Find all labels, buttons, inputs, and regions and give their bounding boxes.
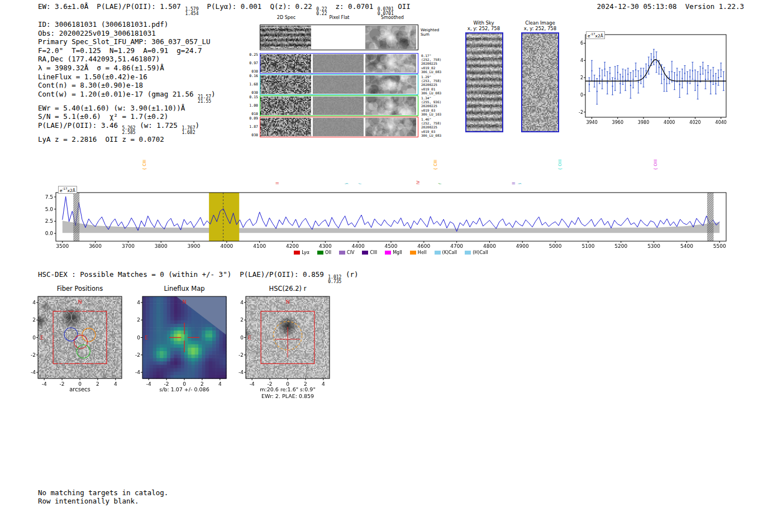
spec2d-col-header-pixelflat: Pixel Flat [313,15,366,20]
emission-line-label: { OIII [558,159,562,170]
exposure-2dspec-image [260,97,311,115]
with-sky-title: With Sky [464,20,503,26]
hsc-cutout-plot [230,293,342,393]
text-segment: (r) [341,270,358,279]
info-line: λ = 3989.32Å σ = 4.86(±1.59)Å [38,64,216,73]
text-segment: LineFlux = 1.50(±0.42)e-16 [38,73,147,81]
spectrum-legend: LyαOIICIVCIIIMgIIHeII(K)CaII(H)CaII [56,250,726,255]
text-segment: (w: 1.725 [136,121,182,130]
exposure-pixelflat-image [313,54,364,73]
text-segment: HSC-DEX : Possible Matches = 0 (within +… [38,270,328,279]
clean-image [521,32,559,132]
info-line: P(LAE)/P(OII): 3.46 5.2622.585 (w: 1.725… [38,121,216,135]
main-flux-unit-label: e-17x2Å [58,186,77,194]
emission-line-label: { CIII [433,160,438,170]
hsc-dex-summary-line: HSC-DEX : Possible Matches = 0 (within +… [38,270,358,284]
legend-swatch [410,251,416,255]
text-segment: λ = 3989.32Å σ = 4.86(±1.59)Å [38,64,164,72]
legend-swatch [465,251,471,255]
text-segment: P(LAE)/P(OII): 3.46 [38,121,122,130]
spec2d-exposure-row [260,95,418,116]
with-sky-image [465,32,503,132]
legend-item: HeII [410,250,427,255]
text-segment: F=2.0" T=0.125 N=1.29 A=0.91 g=24.7 [38,46,202,55]
spec2d-row-yticks: 0.091.87030 [241,117,258,137]
weighted-smoothed-image [365,26,416,49]
weighted-2dspec-image [260,26,311,49]
text-segment: ) [211,90,216,98]
legend-item: MgII [385,250,402,255]
exposure-smoothed-image [365,97,416,115]
hi-lo-value: 1.0120.735 [328,275,341,284]
lineflux-map-title: Lineflux Map [142,285,226,293]
hi-lo-value: 1.5791.454 [185,7,198,16]
legend-item: CIV [339,250,354,255]
text-segment: EW: 3.6±1.0Å P(LAE)/P(OII): 1.507 [38,2,185,11]
legend-item: CIII [362,250,377,255]
hi-lo-value: 1.7671.682 [182,126,195,135]
info-line: RA,Dec (177.442093,51.461807) [38,55,216,64]
footer-line-2: Row intentionally blank. [38,497,139,505]
legend-label: (H)CaII [473,250,488,255]
elixer-report-page: EW: 3.6±1.0Å P(LAE)/P(OII): 1.507 1.5791… [0,0,782,532]
legend-label: MgII [393,250,402,255]
spec2d-exposure-row [260,117,418,137]
legend-swatch [385,251,391,255]
header-timestamp-version: 2024-12-30 05:13:08 Version 1.22.3 [597,2,744,11]
legend-label: Lyα [302,250,309,255]
fiber-xlabel: arcsecs [38,386,122,392]
exposure-2dspec-image [260,75,311,94]
lineflux-caption: s/b: 1.07 +/- 0.086 [142,386,226,392]
legend-swatch [362,251,368,255]
info-line: ID: 3006181031 (3006181031.pdf) [38,20,216,29]
spec2d-row-annotation: 1.46"(252, 758)20200225v019_03306_LU_083 [421,117,461,137]
spec2d-row-yticks: 0.151.00010 [241,95,258,116]
info-line: F=2.0" T=0.125 N=1.29 A=0.91 g=24.7 [38,46,216,55]
spec2d-row-annotation: 1.29"(253, 758)20200225v019_01306_LU_083 [421,75,461,95]
legend-item: (K)CaII [435,250,457,255]
text-segment: Cont(w) = 1.20(±0.01)e-17 (gmag 21.56 [38,90,198,98]
emission-line-label: { CIII [142,160,147,170]
spec2d-row-yticks: 0.250.97030 [241,53,258,74]
hi-lo-value: 5.2622.585 [122,126,136,135]
text-segment: P(Lyα): 0.001 Q(z): 0.22 [199,2,317,11]
spec2d-row-annotation: 1.34"(255, 936)20200225v019_03306_LU_103 [421,96,461,116]
exposure-smoothed-image [365,75,416,94]
hsc-cutout-title: HSC(26.2) r [246,285,330,293]
text-segment: z: 0.0701 [327,2,377,11]
spec2d-row-yticks: 0.161.68030 [241,74,258,95]
legend-item: (H)CaII [465,250,488,255]
text-segment: S/N = 5.1(±0.6) χ² = 1.7(±0.2) [38,112,168,121]
detection-info-block: ID: 3006181031 (3006181031.pdf)Obs: 2020… [38,20,216,144]
text-segment: RA,Dec (177.442093,51.461807) [38,55,160,63]
with-sky-coords: x, y: 252, 758 [464,26,503,31]
spec2d-col-header-smoothed: Smoothed [366,15,419,20]
legend-swatch [317,251,323,255]
text-segment: Obs: 20200225v019_3006181031 [38,29,156,37]
text-segment: Primary Spec_Slot_IFU_AMP: 306_037_057_L… [38,37,211,46]
legend-swatch [339,251,345,255]
info-line: Cont(w) = 1.20(±0.01)e-17 (gmag 21.56 21… [38,90,216,104]
exposure-pixelflat-image [313,97,364,115]
clean-image-coords: x, y: 252, 758 [520,26,560,31]
info-line: Cont(n) = 8.30(±0.90)e-18 [38,81,216,90]
spec2d-exposure-row [260,53,418,74]
text-segment: Cont(n) = 8.30(±0.90)e-18 [38,81,143,89]
hi-lo-value: 21.5721.55 [198,95,211,104]
text-segment: ) [196,121,200,130]
exposure-2dspec-image [260,54,311,73]
exposure-pixelflat-image [313,118,364,136]
fiber-positions-plot [22,293,134,393]
info-line: LineFlux = 1.50(±0.42)e-16 [38,73,216,82]
hsc-caption-1: m:20.6 re:1.6" s:0.9" [240,386,335,392]
legend-swatch [294,251,300,255]
line-fit-chart [575,27,737,126]
exposure-pixelflat-image [313,75,364,94]
spec2d-exposure-row [260,74,418,95]
text-segment: OII [394,2,411,11]
legend-item: Lyα [294,250,309,255]
full-spectrum-chart [28,184,754,258]
legend-label: CIV [347,250,354,255]
legend-label: HeII [418,250,427,255]
text-segment: EWr = 5.40(±1.60) (w: 3.90(±1.10))Å [38,104,185,112]
